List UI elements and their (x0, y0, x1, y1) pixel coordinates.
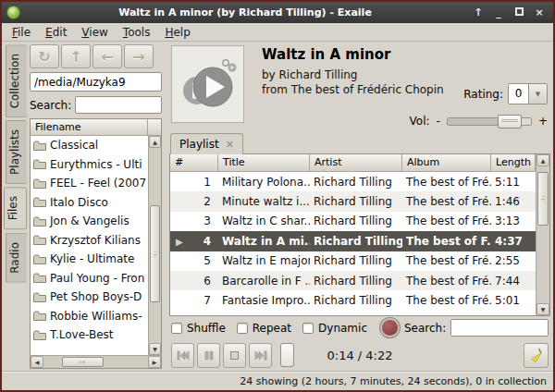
table-row[interactable]: ▶5 Waltz in E major Richard Tilling The … (170, 251, 536, 271)
forward-button[interactable]: → (124, 44, 154, 68)
dynamic-checkbox[interactable] (302, 323, 314, 334)
record-status-icon[interactable] (382, 320, 398, 336)
menu-item[interactable]: View (75, 24, 114, 41)
maximize-window-icon[interactable] (512, 6, 525, 19)
playlist-search-input[interactable] (450, 319, 549, 337)
folder-item[interactable]: Eurythmics - Ulti (31, 155, 148, 175)
folder-item[interactable]: Classical (31, 136, 148, 155)
cell-title: Waltz in E major (218, 254, 310, 267)
folder-item[interactable]: Paul Young - Fron (31, 269, 148, 288)
volume-slider[interactable] (447, 117, 532, 126)
column-header[interactable]: Album (402, 154, 491, 172)
track-number: 4 (204, 235, 211, 248)
menubar: File Edit View Tools Help (2, 23, 553, 42)
cell-artist: Richard Tilling (310, 235, 402, 248)
menu-item[interactable]: File (6, 24, 37, 41)
folder-item[interactable]: FEEL - Feel (2007 (31, 174, 148, 193)
table-row[interactable]: ▶2 Minute waltz i... Richard Tilling The… (170, 191, 536, 211)
scroll-right-icon[interactable]: ▶ (148, 356, 161, 368)
close-window-icon[interactable]: × (533, 6, 546, 19)
scroll-down-icon[interactable]: ▼ (149, 343, 161, 355)
column-header[interactable]: Title (218, 154, 310, 172)
playlist-tab[interactable]: Playlist ✕ (170, 133, 243, 154)
seek-slider-handle[interactable] (280, 343, 294, 367)
thumb-grip (154, 251, 156, 256)
folder-name: Eurythmics - Ulti (50, 158, 142, 171)
back-button[interactable]: ← (92, 44, 122, 68)
folder-item[interactable]: Krzysztof Kilians (31, 231, 148, 251)
next-button[interactable] (249, 343, 272, 368)
sidebar-tab[interactable]: Files (4, 187, 27, 229)
folder-item[interactable]: Robbie Williams- (31, 307, 148, 326)
sidebar-tab[interactable]: Radio (6, 233, 27, 283)
file-list-vscroll-thumb[interactable] (150, 205, 160, 302)
cell-title: Barcarolle in F ... (218, 275, 310, 288)
cell-album: The best of Fré... (402, 176, 491, 189)
track-number: 6 (204, 275, 211, 288)
shade-window-icon[interactable]: ↑ (472, 6, 485, 19)
file-list-hscroll-thumb[interactable] (62, 357, 104, 367)
go-up-button[interactable]: ↑ (61, 44, 91, 68)
playing-indicator-icon: ▶ (176, 236, 183, 246)
sidebar-tab[interactable]: Playlists (6, 120, 27, 184)
scroll-up-icon[interactable]: ▲ (149, 136, 161, 148)
cell-title: Waltz in A mi... (218, 235, 310, 248)
window-buttons: ↑ _ × (464, 6, 553, 19)
playlist-vscrollbar[interactable]: ▲ ▼ (536, 154, 549, 315)
menu-item[interactable]: Edit (39, 24, 73, 41)
path-input[interactable] (30, 72, 162, 92)
playlist-vscroll-thumb[interactable] (537, 172, 549, 226)
column-header[interactable]: # (170, 154, 218, 172)
scroll-down-icon[interactable]: ▼ (536, 303, 549, 315)
folder-item[interactable]: Pet Shop Boys-D (31, 288, 148, 307)
column-header[interactable]: Length (491, 154, 536, 172)
filename-column-header[interactable]: Filename (31, 119, 148, 136)
table-row[interactable]: ▶7 Fantasie Impro... Richard Tilling The… (170, 290, 536, 310)
broom-icon (529, 348, 544, 363)
menu-item[interactable]: Tools (117, 24, 157, 41)
volume-plus[interactable]: + (538, 115, 548, 128)
cell-length: 7:44 (491, 275, 536, 288)
repeat-checkbox[interactable] (237, 323, 248, 334)
refresh-button[interactable]: ↻ (30, 44, 59, 68)
pause-button[interactable] (197, 343, 220, 368)
shuffle-checkbox[interactable] (171, 323, 182, 334)
table-row[interactable]: ▶3 Waltz in C shar... Richard Tilling Th… (170, 212, 536, 231)
playlist-table: # Title Artist Album Length (169, 153, 550, 316)
album-art[interactable] (171, 45, 244, 123)
stop-button[interactable] (223, 343, 246, 368)
volume-minus[interactable]: - (437, 115, 440, 128)
folder-item[interactable]: Kylie - Ultimate (31, 250, 148, 269)
folder-item[interactable]: T.Love-Best (31, 325, 148, 345)
chevron-down-icon: ▼ (536, 91, 540, 98)
clear-playlist-button[interactable] (524, 343, 549, 368)
close-tab-icon[interactable]: ✕ (226, 139, 234, 151)
rating-selector[interactable]: 0 ▼ (508, 83, 548, 104)
scroll-left-icon[interactable]: ◀ (31, 356, 43, 368)
table-row[interactable]: ▶6 Barcarolle in F ... Richard Tilling T… (170, 271, 536, 290)
previous-button[interactable] (171, 343, 194, 368)
volume-handle[interactable] (498, 115, 522, 129)
table-row[interactable]: ▶1 Military Polona... Richard Tilling Th… (170, 172, 536, 191)
titlebar[interactable]: Waltz in A minor (by Richard Tilling) - … (2, 2, 553, 23)
sidebar-tab[interactable]: Collection (6, 44, 27, 117)
folder-icon (33, 273, 46, 283)
minimize-window-icon[interactable]: _ (492, 6, 505, 19)
next-icon (254, 350, 267, 361)
folder-item[interactable]: Jon & Vangelis (31, 212, 148, 231)
track-number: 1 (204, 176, 211, 189)
folder-icon (33, 292, 46, 302)
volume-label: Vol: (410, 115, 430, 128)
column-header[interactable]: Artist (310, 154, 402, 172)
menu-item[interactable]: Help (158, 24, 196, 41)
table-row[interactable]: ▶4 Waltz in A mi... Richard Tilling The … (170, 231, 536, 251)
folder-icon (33, 159, 46, 169)
file-list-vscrollbar[interactable]: ▲ ▼ (148, 136, 161, 355)
scroll-up-icon[interactable]: ▲ (536, 154, 549, 166)
file-list-hscrollbar[interactable]: ◀ ▶ (31, 355, 161, 368)
folder-item[interactable]: Italo Disco (31, 193, 148, 213)
files-search-input[interactable] (75, 96, 162, 114)
window-title: Waltz in A minor (by Richard Tilling) - … (26, 2, 464, 23)
cell-artist: Richard Tilling (310, 195, 402, 208)
rating-dropdown-button[interactable]: ▼ (528, 84, 547, 104)
